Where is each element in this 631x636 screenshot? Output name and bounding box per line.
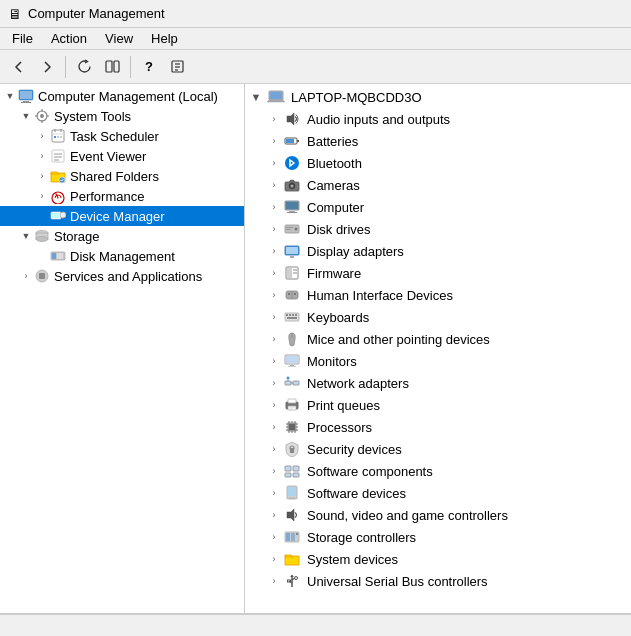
tree-expand-system-tools[interactable]: ▼ — [18, 108, 34, 124]
menu-help[interactable]: Help — [143, 29, 186, 48]
expand-software-components[interactable]: › — [267, 464, 281, 478]
usb-icon — [283, 572, 301, 590]
tree-shared-folders[interactable]: › Shared Folders — [0, 166, 244, 186]
device-sound-video[interactable]: › Sound, video and game controllers — [245, 504, 631, 526]
device-disk-drives-label: Disk drives — [307, 222, 371, 237]
device-processors[interactable]: › Processors — [245, 416, 631, 438]
properties-button[interactable] — [164, 54, 190, 80]
svg-rect-107 — [285, 466, 291, 471]
svg-point-69 — [294, 293, 296, 295]
storage-controllers-icon — [283, 528, 301, 546]
tree-task-scheduler[interactable]: › Task Scheduler — [0, 126, 244, 146]
device-hid[interactable]: › Human Interface Devices — [245, 284, 631, 306]
expand-usb[interactable]: › — [267, 574, 281, 588]
svg-rect-109 — [285, 473, 291, 477]
tree-expand-storage[interactable]: ▼ — [18, 228, 34, 244]
expand-software-devices[interactable]: › — [267, 486, 281, 500]
tree-expand-services[interactable]: › — [18, 268, 34, 284]
device-keyboards[interactable]: › Keyboards — [245, 306, 631, 328]
device-batteries[interactable]: › Batteries — [245, 130, 631, 152]
tree-root-label: Computer Management (Local) — [38, 89, 218, 104]
expand-system-devices[interactable]: › — [267, 552, 281, 566]
tree-expand-performance[interactable]: › — [34, 188, 50, 204]
device-cameras[interactable]: › Cameras — [245, 174, 631, 196]
menu-file[interactable]: File — [4, 29, 41, 48]
device-usb[interactable]: › Universal Serial Bus controllers — [245, 570, 631, 592]
expand-display-adapters[interactable]: › — [267, 244, 281, 258]
expand-network[interactable]: › — [267, 376, 281, 390]
device-storage-controllers[interactable]: › Storage controllers — [245, 526, 631, 548]
device-root-expand[interactable]: ▼ — [249, 90, 263, 104]
tree-event-viewer[interactable]: › Event Viewer — [0, 146, 244, 166]
tree-system-tools[interactable]: ▼ System Tools — [0, 106, 244, 126]
expand-security[interactable]: › — [267, 442, 281, 456]
svg-rect-52 — [286, 202, 298, 209]
processors-icon — [283, 418, 301, 436]
menu-action[interactable]: Action — [43, 29, 95, 48]
device-security[interactable]: › Security devices — [245, 438, 631, 460]
tree-storage[interactable]: ▼ Storage — [0, 226, 244, 246]
tree-expand-root[interactable]: ▼ — [2, 88, 18, 104]
device-software-devices-label: Software devices — [307, 486, 406, 501]
svg-rect-117 — [291, 533, 295, 541]
expand-print[interactable]: › — [267, 398, 281, 412]
svg-rect-78 — [286, 356, 298, 363]
computer-icon — [283, 198, 301, 216]
device-print-queues[interactable]: › Print queues — [245, 394, 631, 416]
tree-expand-shared-folders[interactable]: › — [34, 168, 50, 184]
expand-keyboards[interactable]: › — [267, 310, 281, 324]
device-firmware[interactable]: › Firmware — [245, 262, 631, 284]
tree-services-applications[interactable]: › Services and Applications — [0, 266, 244, 286]
device-bluetooth[interactable]: › Bluetooth — [245, 152, 631, 174]
svg-point-50 — [291, 185, 294, 188]
audio-icon — [283, 110, 301, 128]
expand-mice[interactable]: › — [267, 332, 281, 346]
device-root[interactable]: ▼ LAPTOP-MQBCDD3O — [245, 86, 631, 108]
expand-disk-drives[interactable]: › — [267, 222, 281, 236]
device-mice[interactable]: › Mice and other pointing devices — [245, 328, 631, 350]
device-computer[interactable]: › Computer — [245, 196, 631, 218]
device-software-components-label: Software components — [307, 464, 433, 479]
computer-management-icon — [18, 88, 34, 104]
device-bluetooth-label: Bluetooth — [307, 156, 362, 171]
expand-cameras[interactable]: › — [267, 178, 281, 192]
menu-view[interactable]: View — [97, 29, 141, 48]
tree-expand-task-scheduler[interactable]: › — [34, 128, 50, 144]
expand-storage-ctrl[interactable]: › — [267, 530, 281, 544]
forward-button[interactable] — [34, 54, 60, 80]
svg-rect-9 — [20, 91, 32, 99]
device-disk-drives[interactable]: › Disk drives — [245, 218, 631, 240]
expand-monitors[interactable]: › — [267, 354, 281, 368]
task-scheduler-icon — [50, 128, 66, 144]
device-network-adapters[interactable]: › Network adapters — [245, 372, 631, 394]
expand-firmware[interactable]: › — [267, 266, 281, 280]
device-firmware-label: Firmware — [307, 266, 361, 281]
tree-disk-management[interactable]: › Disk Management — [0, 246, 244, 266]
tree-root[interactable]: ▼ Computer Management (Local) — [0, 86, 244, 106]
svg-point-68 — [288, 293, 290, 295]
expand-computer[interactable]: › — [267, 200, 281, 214]
device-display-adapters[interactable]: › Display adapters — [245, 240, 631, 262]
expand-batteries[interactable]: › — [267, 134, 281, 148]
help-button[interactable]: ? — [136, 54, 162, 80]
laptop-icon — [267, 88, 285, 106]
expand-sound-video[interactable]: › — [267, 508, 281, 522]
back-button[interactable] — [6, 54, 32, 80]
tree-device-manager[interactable]: › Device Manager — [0, 206, 244, 226]
tree-performance[interactable]: › Performance — [0, 186, 244, 206]
device-software-components[interactable]: › Software components — [245, 460, 631, 482]
svg-rect-1 — [114, 61, 119, 72]
tree-expand-event-viewer[interactable]: › — [34, 148, 50, 164]
expand-processors[interactable]: › — [267, 420, 281, 434]
device-software-devices[interactable]: › Software devices — [245, 482, 631, 504]
device-audio[interactable]: › Audio inputs and outputs — [245, 108, 631, 130]
expand-hid[interactable]: › — [267, 288, 281, 302]
expand-audio[interactable]: › — [267, 112, 281, 126]
show-tree-button[interactable] — [99, 54, 125, 80]
refresh-button[interactable] — [71, 54, 97, 80]
device-system-devices[interactable]: › System devices — [245, 548, 631, 570]
expand-bluetooth[interactable]: › — [267, 156, 281, 170]
svg-point-32 — [60, 212, 66, 218]
svg-rect-118 — [296, 533, 298, 535]
device-monitors[interactable]: › Monitors — [245, 350, 631, 372]
